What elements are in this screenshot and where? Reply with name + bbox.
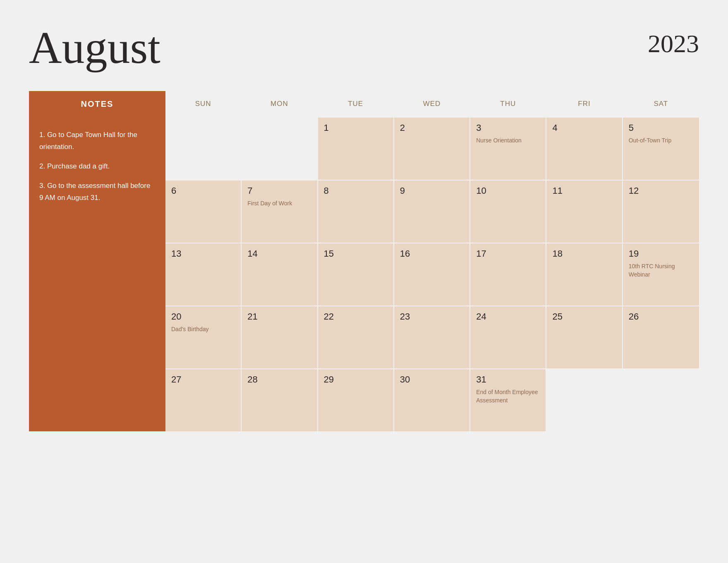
note-item-1: 1. Go to Cape Town Hall for the orientat… — [39, 129, 155, 153]
week-row-2: 67First Day of Work89101112 — [165, 180, 699, 243]
day-number: 25 — [552, 311, 616, 322]
day-number: 18 — [552, 248, 616, 259]
day-number: 6 — [171, 185, 235, 196]
day-number: 20 — [171, 311, 235, 322]
day-header-wed: WED — [394, 91, 470, 117]
day-cell-4: 4 — [546, 118, 623, 180]
day-cell-15: 15 — [318, 243, 394, 306]
day-header-fri: FRI — [546, 91, 623, 117]
day-number: 28 — [247, 374, 311, 385]
day-cell-9: 9 — [394, 180, 470, 243]
event-text: Nurse Orientation — [476, 137, 540, 145]
day-header-mon: MON — [242, 91, 318, 117]
day-cell-1: 1 — [318, 118, 394, 180]
event-text: Dad's Birthday — [171, 325, 235, 334]
event-text: 10th RTC Nursing Webinar — [629, 262, 693, 279]
day-cell-20: 20Dad's Birthday — [165, 306, 242, 368]
day-number: 21 — [247, 311, 311, 322]
day-number: 17 — [476, 248, 540, 259]
day-cell-17: 17 — [470, 243, 546, 306]
day-cell-19: 1910th RTC Nursing Webinar — [623, 243, 699, 306]
day-cell-29: 29 — [318, 369, 394, 431]
calendar-grid: SUNMONTUEWEDTHUFRISAT 123Nurse Orientati… — [165, 91, 699, 431]
day-cell-empty-0-1 — [242, 118, 318, 180]
day-cell-28: 28 — [242, 369, 318, 431]
day-cell-24: 24 — [470, 306, 546, 368]
event-text: First Day of Work — [247, 200, 311, 208]
day-cell-empty-4-6 — [623, 369, 699, 431]
week-row-5: 2728293031End of Month Employee Assessme… — [165, 368, 699, 431]
day-number: 8 — [324, 185, 388, 196]
note-item-3: 3. Go to the assessment hall before 9 AM… — [39, 180, 155, 204]
day-number: 3 — [476, 123, 540, 133]
day-cell-6: 6 — [165, 180, 242, 243]
week-row-3: 1314151617181910th RTC Nursing Webinar — [165, 243, 699, 306]
day-number: 27 — [171, 374, 235, 385]
notes-header: NOTES — [29, 91, 165, 117]
day-cell-31: 31End of Month Employee Assessment — [470, 369, 546, 431]
day-number: 19 — [629, 248, 693, 259]
day-header-tue: TUE — [318, 91, 394, 117]
day-cell-27: 27 — [165, 369, 242, 431]
notes-panel: NOTES 1. Go to Cape Town Hall for the or… — [29, 91, 165, 431]
day-cell-empty-0-0 — [165, 118, 242, 180]
day-number: 7 — [247, 185, 311, 196]
day-number: 23 — [400, 311, 464, 322]
day-cell-empty-4-5 — [546, 369, 623, 431]
day-cell-2: 2 — [394, 118, 470, 180]
day-cell-8: 8 — [318, 180, 394, 243]
day-number: 26 — [629, 311, 693, 322]
day-number: 24 — [476, 311, 540, 322]
day-number: 22 — [324, 311, 388, 322]
day-number: 14 — [247, 248, 311, 259]
day-cell-18: 18 — [546, 243, 623, 306]
notes-body: 1. Go to Cape Town Hall for the orientat… — [29, 117, 165, 431]
day-number: 31 — [476, 374, 540, 385]
day-headers-row: SUNMONTUEWEDTHUFRISAT — [165, 91, 699, 117]
day-cell-14: 14 — [242, 243, 318, 306]
day-number: 5 — [629, 123, 693, 133]
day-cell-25: 25 — [546, 306, 623, 368]
day-cell-23: 23 — [394, 306, 470, 368]
day-number: 4 — [552, 123, 616, 133]
day-number: 15 — [324, 248, 388, 259]
day-cell-30: 30 — [394, 369, 470, 431]
week-row-4: 20Dad's Birthday212223242526 — [165, 306, 699, 368]
day-cell-26: 26 — [623, 306, 699, 368]
day-number: 29 — [324, 374, 388, 385]
day-cell-21: 21 — [242, 306, 318, 368]
day-cell-10: 10 — [470, 180, 546, 243]
day-cell-5: 5Out-of-Town Trip — [623, 118, 699, 180]
day-number: 11 — [552, 185, 616, 196]
day-header-sun: SUN — [165, 91, 242, 117]
day-number: 13 — [171, 248, 235, 259]
day-header-thu: THU — [470, 91, 546, 117]
day-cell-7: 7First Day of Work — [242, 180, 318, 243]
day-number: 2 — [400, 123, 464, 133]
day-header-sat: SAT — [623, 91, 699, 117]
day-number: 1 — [324, 123, 388, 133]
day-number: 12 — [629, 185, 693, 196]
note-item-2: 2. Purchase dad a gift. — [39, 161, 155, 173]
calendar-container: NOTES 1. Go to Cape Town Hall for the or… — [29, 91, 699, 431]
day-cell-22: 22 — [318, 306, 394, 368]
day-number: 16 — [400, 248, 464, 259]
weeks-container: 123Nurse Orientation45Out-of-Town Trip67… — [165, 117, 699, 431]
week-row-1: 123Nurse Orientation45Out-of-Town Trip — [165, 117, 699, 180]
day-cell-16: 16 — [394, 243, 470, 306]
day-number: 9 — [400, 185, 464, 196]
day-cell-11: 11 — [546, 180, 623, 243]
day-cell-13: 13 — [165, 243, 242, 306]
day-cell-12: 12 — [623, 180, 699, 243]
event-text: Out-of-Town Trip — [629, 137, 693, 145]
page-header: August 2023 — [29, 25, 699, 70]
day-cell-3: 3Nurse Orientation — [470, 118, 546, 180]
event-text: End of Month Employee Assessment — [476, 388, 540, 404]
day-number: 30 — [400, 374, 464, 385]
day-number: 10 — [476, 185, 540, 196]
month-title: August — [29, 25, 160, 70]
year-title: 2023 — [648, 29, 699, 58]
